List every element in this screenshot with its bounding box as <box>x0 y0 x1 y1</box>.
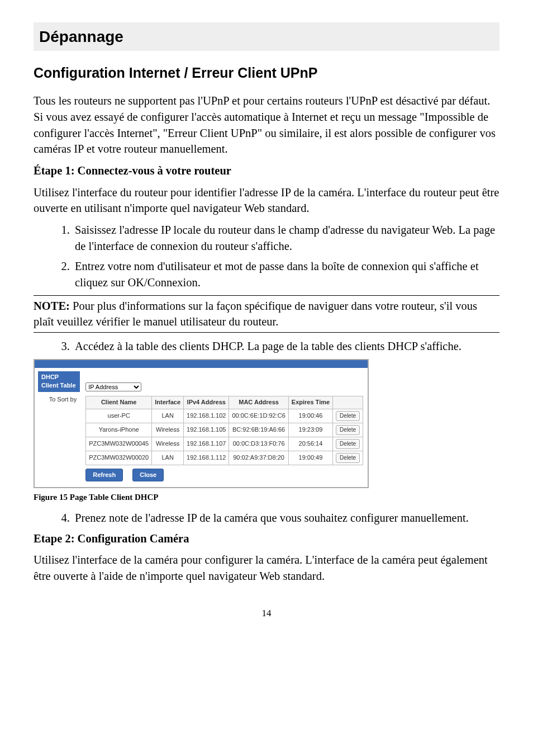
table-cell: Delete <box>333 409 363 423</box>
step2-intro: Utilisez l'interface de la caméra pour c… <box>34 552 499 584</box>
page-number: 14 <box>34 607 499 620</box>
note-text: Pour plus d'informations sur la façon sp… <box>34 300 477 328</box>
table-cell: Delete <box>333 437 363 451</box>
table-cell: user-PC <box>86 409 152 423</box>
delete-button[interactable]: Delete <box>336 411 360 421</box>
table-cell: BC:92:6B:19:A6:66 <box>229 423 288 437</box>
dhcp-panel-title: DHCP Client Table <box>38 371 80 392</box>
section-heading: Dépannage <box>34 22 499 51</box>
col-client-name: Client Name <box>86 396 152 409</box>
dhcp-screenshot: DHCP Client Table To Sort by IP Address … <box>34 359 369 488</box>
note-label: NOTE: <box>34 300 70 312</box>
col-expires: Expires Time <box>288 396 332 409</box>
sort-by-select[interactable]: IP Address <box>85 382 141 391</box>
list-item: Accédez à la table des clients DHCP. La … <box>73 338 499 355</box>
col-ipv4: IPv4 Address <box>184 396 229 409</box>
table-cell: PZC3MW032W00020 <box>86 451 152 465</box>
refresh-button[interactable]: Refresh <box>85 469 123 481</box>
table-cell: Delete <box>333 451 363 465</box>
delete-button[interactable]: Delete <box>336 439 360 449</box>
table-cell: 19:00:46 <box>288 409 332 423</box>
table-cell: Wireless <box>152 437 184 451</box>
col-mac: MAC Address <box>229 396 288 409</box>
sort-by-label: To Sort by <box>38 392 80 404</box>
note-box: NOTE: Pour plus d'informations sur la fa… <box>34 295 499 333</box>
table-row: Yarons-iPhoneWireless192.168.1.105BC:92:… <box>86 423 363 437</box>
table-cell: 192.168.1.107 <box>184 437 229 451</box>
table-cell: 19:23:09 <box>288 423 332 437</box>
figure-caption: Figure 15 Page Table Client DHCP <box>34 492 499 503</box>
table-cell: Yarons-iPhone <box>86 423 152 437</box>
close-button[interactable]: Close <box>132 469 164 481</box>
step1-heading: Étape 1: Connectez-vous à votre routeur <box>34 163 499 179</box>
col-actions <box>333 396 363 409</box>
table-cell: Delete <box>333 423 363 437</box>
subsection-heading: Configuration Internet / Erreur Client U… <box>34 63 499 83</box>
list-item: Saisissez l'adresse IP locale du routeur… <box>73 222 499 254</box>
table-cell: LAN <box>152 451 184 465</box>
step2-heading: Etape 2: Configuration Caméra <box>34 531 499 547</box>
table-cell: LAN <box>152 409 184 423</box>
table-cell: 00:0C:6E:1D:92:C6 <box>229 409 288 423</box>
table-row: PZC3MW032W00045Wireless192.168.1.10700:0… <box>86 437 363 451</box>
table-cell: PZC3MW032W00045 <box>86 437 152 451</box>
delete-button[interactable]: Delete <box>336 425 360 435</box>
table-cell: 19:00:49 <box>288 451 332 465</box>
table-cell: 192.168.1.105 <box>184 423 229 437</box>
col-interface: Interface <box>152 396 184 409</box>
dhcp-top-bar <box>35 360 368 368</box>
table-row: PZC3MW032W00020LAN192.168.1.11290:02:A9:… <box>86 451 363 465</box>
table-cell: 20:56:14 <box>288 437 332 451</box>
intro-paragraph: Tous les routeurs ne supportent pas l'UP… <box>34 93 499 157</box>
list-item: Prenez note de l'adresse IP de la caméra… <box>73 510 499 526</box>
step1-intro: Utilisez l'interface du routeur pour ide… <box>34 185 499 216</box>
table-row: user-PCLAN192.168.1.10200:0C:6E:1D:92:C6… <box>86 409 363 423</box>
table-cell: 192.168.1.112 <box>184 451 229 465</box>
table-cell: Wireless <box>152 423 184 437</box>
delete-button[interactable]: Delete <box>336 453 360 463</box>
table-cell: 00:0C:D3:13:F0:76 <box>229 437 288 451</box>
table-cell: 192.168.1.102 <box>184 409 229 423</box>
dhcp-table: Client Name Interface IPv4 Address MAC A… <box>85 396 363 465</box>
table-cell: 90:02:A9:37:D8:20 <box>229 451 288 465</box>
list-item: Entrez votre nom d'utilisateur et mot de… <box>73 258 499 290</box>
